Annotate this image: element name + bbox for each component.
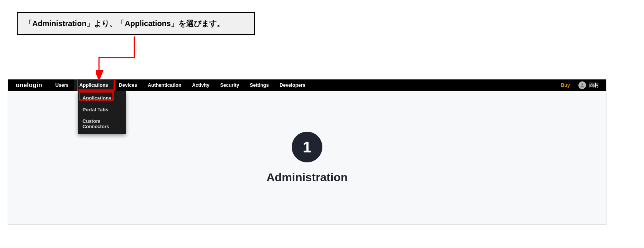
nav-label: Applications [79,83,108,88]
instruction-text: 「Administration」より、「Applications」を選びます。 [25,19,225,28]
nav-label: Settings [250,83,269,88]
brand-logo[interactable]: onelogin [8,82,50,89]
dropdown-label: Portal Tabs [83,107,108,112]
nav-label: Devices [119,83,137,88]
user-menu[interactable]: 西村 [578,81,599,89]
svg-point-1 [581,83,583,85]
app-window: onelogin Users Applications Devices Auth… [8,79,606,225]
nav-item-security[interactable]: Security [215,79,244,91]
nav-label: Authentication [148,83,182,88]
nav-label: Activity [192,83,210,88]
nav-item-settings[interactable]: Settings [244,79,274,91]
nav-item-activity[interactable]: Activity [187,79,215,91]
step-title: Administration [266,171,348,184]
dropdown-label: Applications [83,96,111,101]
topbar-right: Buy 西村 [561,79,606,91]
nav-label: Security [220,83,239,88]
main-nav: Users Applications Devices Authenticatio… [50,79,311,91]
nav-label: Users [55,83,69,88]
avatar-icon [578,81,586,89]
step-number-badge: 1 [292,132,322,162]
dropdown-item-portal-tabs[interactable]: Portal Tabs [78,104,126,116]
username-label: 西村 [589,82,599,89]
nav-item-authentication[interactable]: Authentication [142,79,187,91]
nav-item-developers[interactable]: Developers [274,79,310,91]
nav-label: Developers [279,83,305,88]
dropdown-item-applications[interactable]: Applications [78,93,126,104]
applications-dropdown: Applications Portal Tabs Custom Connecto… [78,91,126,134]
callout-arrow [96,36,138,83]
instruction-callout: 「Administration」より、「Applications」を選びます。 [17,12,255,35]
nav-item-users[interactable]: Users [50,79,74,91]
dropdown-item-custom-connectors[interactable]: Custom Connectors [78,116,126,132]
buy-link[interactable]: Buy [561,83,570,88]
dropdown-label: Custom Connectors [83,119,109,129]
step-number: 1 [303,139,311,156]
